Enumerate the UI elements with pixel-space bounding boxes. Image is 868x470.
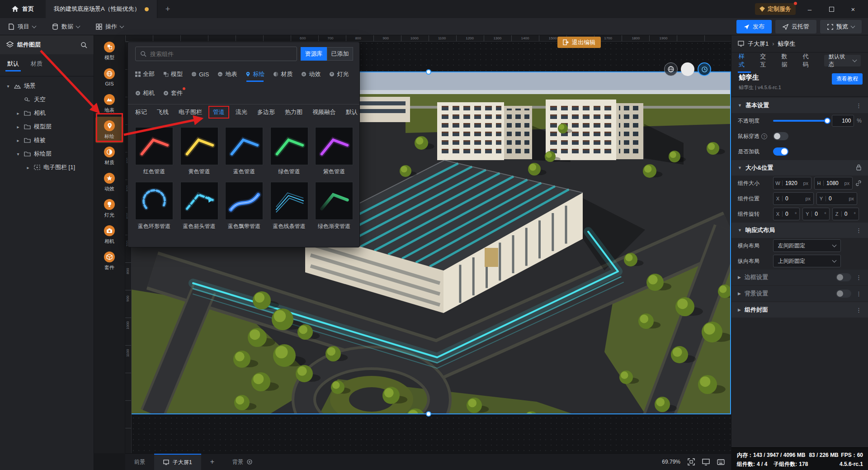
pos-x-input[interactable]: X0px (773, 192, 814, 205)
preview-button[interactable]: 预览 (820, 20, 862, 33)
pipe-thumbnail[interactable] (315, 127, 353, 165)
pipe-item[interactable]: 蓝色箭头管道 (180, 182, 218, 230)
caret-right-icon[interactable]: ▸ (15, 138, 21, 143)
section-background-settings[interactable]: ▶ 背景设置 ⋮ (731, 286, 868, 301)
publish-button[interactable]: 发布 (736, 20, 772, 33)
breadcrumb-screen[interactable]: 子大屏1 (748, 40, 769, 48)
source-tab-library[interactable]: 资源库 (301, 47, 327, 61)
foreground-tab[interactable]: 前景 (125, 454, 154, 470)
zoom-level[interactable]: 69.79% (662, 459, 680, 465)
mouse-through-toggle[interactable] (773, 132, 788, 140)
caret-down-icon[interactable]: ▾ (5, 84, 11, 89)
menu-data[interactable]: 数据 (44, 18, 88, 35)
pipe-item[interactable]: 蓝色环形管道 (135, 182, 173, 230)
pipe-item[interactable]: 蓝色线条管道 (270, 182, 308, 230)
toolbar-item-plot[interactable]: 标绘 (95, 117, 123, 143)
minimize-button[interactable]: – (802, 3, 817, 15)
pipe-item[interactable]: 绿色渐变管道 (315, 182, 353, 230)
tree-item-vegetation[interactable]: ▸ 植被 (0, 133, 94, 147)
category-material[interactable]: 材质 (273, 70, 292, 81)
caret-right-icon[interactable]: ▸ (15, 111, 21, 116)
pipe-thumbnail[interactable] (135, 127, 173, 165)
tree-item-sky[interactable]: 天空 (0, 93, 94, 106)
toolbar-item-model[interactable]: 模型 (95, 38, 123, 64)
background-tab[interactable]: 背景 (223, 454, 261, 470)
kebab-menu-icon[interactable]: ⋮ (856, 227, 862, 234)
tab-scene[interactable]: 我的建筑底座场景A（性能优先） (46, 0, 157, 18)
pipe-thumbnail[interactable] (225, 182, 263, 220)
search-input[interactable] (150, 51, 277, 57)
help-icon[interactable]: ? (761, 133, 767, 139)
pipe-item[interactable]: 黄色管道 (180, 127, 218, 176)
pipe-thumbnail[interactable] (270, 182, 308, 220)
toolbar-item-light[interactable]: 灯光 (95, 195, 123, 222)
toolbar-item-material[interactable]: 材质 (95, 143, 123, 169)
subcategory-videofusion[interactable]: 视频融合 (312, 108, 336, 116)
category-effects[interactable]: 动效 (301, 70, 321, 81)
tab-material[interactable]: 材质 (31, 60, 42, 71)
cloud-hosting-button[interactable]: 云托管 (775, 20, 816, 33)
tab-default[interactable]: 默认 (7, 60, 19, 71)
kebab-menu-icon[interactable]: ⋮ (856, 274, 862, 281)
monitor-icon[interactable] (702, 459, 710, 465)
pipe-item[interactable]: 蓝色飘带管道 (225, 182, 263, 230)
subcategory-fence[interactable]: 电子围栏 (179, 108, 202, 116)
width-input[interactable]: W1920px (773, 177, 811, 190)
h-layout-select[interactable]: 左间距固定 (773, 239, 841, 252)
lock-icon[interactable] (856, 164, 862, 172)
fit-view-icon[interactable] (688, 458, 695, 465)
rot-x-input[interactable]: X0° (773, 208, 800, 220)
pos-y-input[interactable]: Y0px (816, 192, 857, 205)
close-button[interactable]: × (845, 3, 861, 15)
slider-knob[interactable] (824, 118, 830, 124)
kebab-menu-icon[interactable]: ⋮ (856, 290, 862, 297)
globe-mode-button[interactable] (664, 62, 678, 76)
maximize-button[interactable] (824, 3, 839, 15)
opacity-slider[interactable] (773, 120, 827, 122)
height-input[interactable]: H1080px (814, 177, 853, 190)
subcategory-marker[interactable]: 标记 (135, 108, 147, 116)
time-mode-button[interactable] (698, 62, 711, 76)
link-icon[interactable] (855, 180, 862, 186)
tree-item-cameras[interactable]: ▸ 相机 (0, 106, 94, 120)
category-terrain[interactable]: 地表 (217, 70, 237, 81)
background-toggle[interactable] (836, 290, 851, 298)
load-toggle[interactable] (773, 147, 788, 156)
caret-right-icon[interactable]: ▸ (25, 165, 31, 170)
toolbar-item-kit[interactable]: 套件 (95, 248, 123, 274)
tree-item-scene[interactable]: ▾ 场景 (0, 79, 94, 93)
tree-item-model-layer[interactable]: ▸ 模型层 (0, 120, 94, 133)
category-camera[interactable]: 相机 (135, 89, 155, 100)
caret-down-icon[interactable]: ▾ (15, 152, 21, 157)
category-gis[interactable]: GIS (191, 71, 209, 81)
section-size-position[interactable]: ▼ 大小&位置 (731, 160, 868, 176)
caret-right-icon[interactable]: ▸ (15, 124, 21, 129)
tab-home[interactable]: 首页 (0, 0, 46, 18)
pipe-item[interactable]: 蓝色管道 (225, 127, 263, 176)
rot-y-input[interactable]: Y0° (802, 208, 829, 220)
section-border-settings[interactable]: ▶ 边框设置 ⋮ (731, 270, 868, 285)
toolbar-item-terrain[interactable]: 地表 (95, 90, 123, 117)
subcategory-default[interactable]: 默认 (346, 108, 358, 116)
sub-screen-tab[interactable]: 子大屏1 (154, 454, 201, 470)
tree-item-electronic-fence[interactable]: ▸ 电子围栏 [1] (0, 161, 94, 174)
category-kit[interactable]: 套件 (163, 89, 183, 100)
keyboard-icon[interactable] (717, 459, 725, 465)
border-toggle[interactable] (836, 273, 851, 281)
rot-z-input[interactable]: Z0° (832, 208, 859, 220)
section-responsive-layout[interactable]: ▼ 响应式布局 ⋮ (731, 223, 868, 238)
toolbar-item-camera[interactable]: 相机 (95, 222, 123, 248)
subcategory-polygon[interactable]: 多边形 (257, 108, 275, 116)
subcategory-flowlight[interactable]: 流光 (236, 108, 247, 116)
category-light[interactable]: 灯光 (329, 70, 349, 81)
v-layout-select[interactable]: 上间距固定 (773, 255, 841, 267)
pipe-thumbnail[interactable] (225, 127, 263, 165)
category-model[interactable]: 模型 (163, 70, 183, 81)
pipe-thumbnail[interactable] (270, 127, 308, 165)
opacity-input[interactable]: 100 (832, 115, 854, 127)
pipe-thumbnail[interactable] (180, 182, 218, 220)
pipe-item[interactable]: 紫色管道 (315, 127, 353, 176)
toolbar-item-effects[interactable]: 动效 (95, 169, 123, 195)
selection-handle-top[interactable] (426, 70, 431, 74)
pipe-item[interactable]: 红色管道 (135, 127, 173, 176)
